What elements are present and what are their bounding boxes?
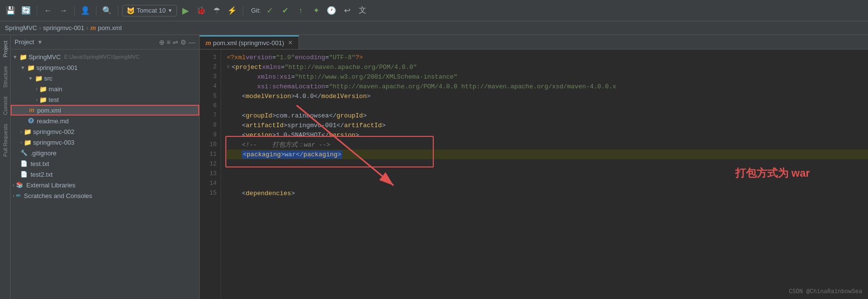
close-panel-icon[interactable]: —: [189, 38, 195, 46]
coverage-button[interactable]: ☂: [210, 4, 223, 17]
tree-item-pomxml[interactable]: m pom.xml: [11, 105, 199, 116]
git-check2-icon[interactable]: ✔: [278, 4, 292, 17]
line-num-4: 4: [200, 82, 221, 91]
toolbar-separator-3: [96, 6, 96, 16]
git-check1-icon[interactable]: ✓: [263, 4, 276, 17]
side-tab-structure[interactable]: Structure: [1, 62, 9, 92]
code-line-5: <modelVersion>4.0.0</modelVersion>: [227, 91, 868, 101]
forward-button[interactable]: →: [57, 4, 70, 17]
profile-button[interactable]: ⚡: [225, 4, 239, 17]
tomcat-icon: 🐱: [126, 7, 135, 15]
tree-item-testtxt[interactable]: 📄 test.txt: [11, 158, 199, 169]
git-undo-icon[interactable]: ↩: [340, 4, 354, 17]
tree-label-springmvc-002: springmvc-002: [33, 128, 74, 135]
annotation-text: 打包方式为 war: [735, 166, 810, 181]
side-tab-commit[interactable]: Commit: [1, 93, 9, 119]
expand-arrow-extlibs: ›: [13, 183, 14, 188]
tree-label-test2txt: test2.txt: [31, 171, 53, 178]
scratch-icon: ✏: [16, 192, 21, 199]
expand-arrow-test: ›: [36, 97, 37, 102]
toolbar: 💾 🔄 ← → 👤 🔍 🐱 Tomcat 10 ▼ ▶ 🐞 ☂ ⚡ Git: ✓…: [0, 0, 868, 21]
tab-m-icon: m: [205, 39, 211, 47]
tree-item-springmvc-002[interactable]: › 📁 springmvc-002: [11, 126, 199, 137]
code-line-11: <packaging>war</packaging>: [227, 150, 868, 159]
tree-item-springmvc[interactable]: ▼ 📁 SpringMVC E:\Java\SpringMVC\SpringMV…: [11, 51, 199, 62]
tree-label-springmvc-001: springmvc-001: [36, 64, 78, 71]
collapse-all-icon[interactable]: ≡: [167, 38, 171, 46]
tab-close-button[interactable]: ✕: [288, 39, 293, 46]
breadcrumb-springmvc-001[interactable]: springmvc-001: [43, 24, 84, 32]
chevron-down-icon: ▼: [168, 8, 173, 13]
project-panel: Project ▼ ⊕ ≡ ⇌ ⚙ — ▼ 📁 SpringMVC E:\Jav…: [11, 35, 200, 299]
side-tab-pull-requests[interactable]: Pull Requests: [1, 120, 9, 161]
project-panel-title: Project: [15, 38, 34, 46]
tree-item-readmemd[interactable]: 🅜 readme.md: [11, 116, 199, 126]
tab-label-pomxml: pom.xml (springmvc-001): [213, 39, 284, 47]
tree-item-springmvc-003[interactable]: › 📁 springmvc-003: [11, 137, 199, 148]
gitignore-icon: 🔧: [20, 150, 28, 156]
line-num-10: 10: [200, 140, 221, 150]
search-everywhere-button[interactable]: 🔍: [100, 4, 114, 17]
tree-item-external-libs[interactable]: › 📚 External Libraries: [11, 180, 199, 190]
line-num-15: 15: [200, 188, 221, 198]
run-config-dropdown[interactable]: 🐱 Tomcat 10 ▼: [122, 5, 177, 17]
editor-tab-pomxml[interactable]: m pom.xml (springmvc-001) ✕: [200, 35, 299, 49]
line-num-3: 3: [200, 72, 221, 82]
tree-item-src[interactable]: ▼ 📁 src: [11, 73, 199, 83]
debug-button[interactable]: 🐞: [194, 4, 208, 17]
back-button[interactable]: ←: [41, 4, 55, 17]
tree-item-scratches[interactable]: › ✏ Scratches and Consoles: [11, 190, 199, 201]
tree-item-main[interactable]: › 📁 main: [11, 83, 199, 94]
folder-icon-springmvc-001: 📁: [27, 64, 35, 71]
tree-item-springmvc-001[interactable]: ▼ 📁 springmvc-001: [11, 62, 199, 73]
git-update-icon[interactable]: ✦: [309, 4, 323, 17]
extlib-icon: 📚: [16, 182, 23, 188]
code-line-9: <version>1.0-SNAPSHOT</version>: [227, 130, 868, 140]
expand-icon[interactable]: ⇌: [173, 38, 178, 46]
breadcrumb-sep-2: ›: [86, 24, 88, 32]
breadcrumb-m-icon: m: [90, 24, 96, 32]
packaging-highlighted-code: <packaging>war</packaging>: [242, 150, 342, 159]
breadcrumb-springmvc[interactable]: SpringMVC: [5, 24, 37, 32]
side-tabs: Project Structure Commit Pull Requests: [0, 35, 11, 299]
toolbar-separator-4: [118, 6, 118, 16]
line-num-12: 12: [200, 159, 221, 169]
expand-arrow-scratches: ›: [13, 193, 14, 199]
git-push-icon[interactable]: ↑: [294, 4, 307, 17]
save-all-button[interactable]: 💾: [4, 4, 17, 17]
add-content-icon[interactable]: ⊕: [159, 38, 165, 46]
tree-item-gitignore[interactable]: 🔧 .gitignore: [11, 148, 199, 158]
breadcrumb-pomxml[interactable]: pom.xml: [98, 24, 122, 32]
expand-arrow-springmvc-003: ›: [20, 140, 22, 145]
expand-arrow-main: ›: [36, 86, 37, 92]
line-num-8: 8: [200, 120, 221, 130]
tree-label-scratches: Scratches and Consoles: [24, 192, 92, 199]
tree-item-test2txt[interactable]: 📄 test2.txt: [11, 169, 199, 180]
sync-button[interactable]: 🔄: [19, 4, 33, 17]
folder-icon-main: 📁: [39, 85, 47, 93]
code-line-7: <groupId>com.rainbowsea</groupId>: [227, 111, 868, 120]
code-line-10: <!-- 打包方式：war -->: [227, 140, 868, 150]
toolbar-separator-5: [243, 6, 243, 16]
txt-icon-1: 📄: [20, 160, 28, 167]
xml-m-icon: m: [29, 107, 34, 114]
side-tab-project[interactable]: Project: [1, 37, 9, 61]
xml-kw: xml: [235, 54, 246, 61]
settings-icon[interactable]: ⚙: [180, 38, 187, 46]
git-translate-icon[interactable]: 文: [356, 4, 369, 17]
tree-item-test[interactable]: › 📁 test: [11, 94, 199, 105]
run-button[interactable]: ▶: [179, 4, 192, 17]
code-editor[interactable]: 1 2 3 4 5 6 7 8 9 10 11 12 13 14 15: [200, 50, 868, 299]
line-num-13: 13: [200, 169, 221, 179]
code-line-15: <dependencies>: [227, 188, 868, 198]
tree-label-readmemd: readme.md: [37, 117, 69, 125]
project-dropdown-arrow[interactable]: ▼: [37, 39, 43, 46]
tree-label-test: test: [48, 96, 59, 103]
build-icon[interactable]: 👤: [79, 4, 92, 17]
git-history-icon[interactable]: 🕐: [325, 4, 338, 17]
git-label: Git:: [251, 7, 261, 14]
line-num-7: 7: [200, 111, 221, 120]
toolbar-separator-1: [37, 6, 37, 16]
breadcrumb-sep-1: ›: [39, 24, 41, 32]
line-num-5: 5: [200, 91, 221, 101]
